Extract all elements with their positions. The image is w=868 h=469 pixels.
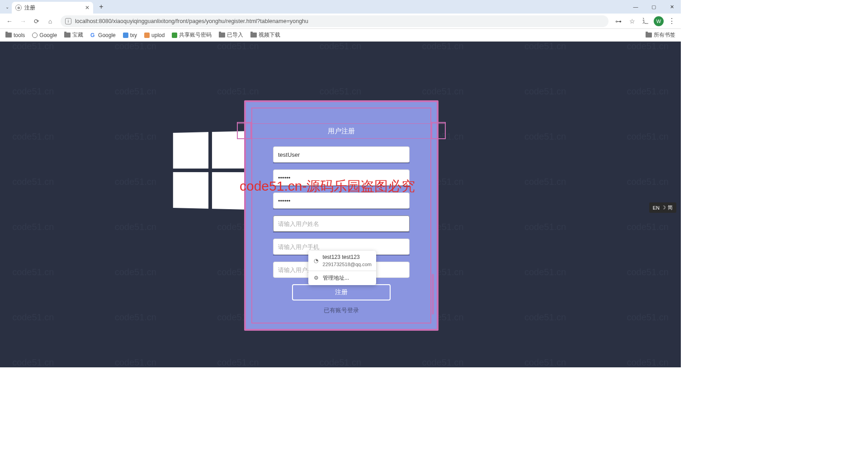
realname-input[interactable]: [273, 216, 410, 232]
person-icon: ◔: [313, 258, 319, 264]
bookmark-baozang[interactable]: 宝藏: [64, 31, 83, 39]
bookmark-star-icon[interactable]: ☆: [627, 16, 637, 27]
back-button[interactable]: ←: [4, 15, 15, 27]
tab-title: 注册: [24, 4, 35, 12]
key-icon[interactable]: ⊶: [613, 16, 624, 27]
bookmark-uplod[interactable]: uplod: [144, 32, 165, 38]
bookmark-google-1[interactable]: Google: [32, 32, 57, 38]
autofill-manage-label: 管理地址...: [323, 274, 349, 282]
site-info-icon[interactable]: i: [65, 18, 71, 24]
browser-menu-icon[interactable]: ⋮: [666, 16, 677, 27]
bookmark-shared-accounts[interactable]: 共享账号密码: [172, 31, 212, 39]
tab-search-dropdown[interactable]: ⌄: [3, 2, 12, 11]
page-viewport: code51.cncode51.cncode51.cncode51.cncode…: [0, 42, 681, 367]
gear-icon: ⚙: [313, 275, 319, 281]
register-button[interactable]: 注册: [292, 284, 390, 300]
address-bar: ← → ⟳ ⌂ i localhost:8080/xiaoquyiqinggua…: [0, 14, 681, 29]
window-close-button[interactable]: ✕: [663, 0, 681, 14]
bookmark-all[interactable]: 所有书签: [646, 31, 675, 39]
ime-indicator[interactable]: EN ☽ 简: [649, 202, 676, 213]
forward-button[interactable]: →: [17, 15, 29, 27]
tab-favicon: ⊕: [15, 5, 22, 11]
ime-lang: EN: [653, 205, 660, 211]
tab-close-icon[interactable]: ✕: [85, 5, 90, 11]
window-minimize-button[interactable]: —: [627, 0, 645, 14]
username-input[interactable]: [273, 146, 410, 163]
browser-tab-strip: ⌄ ⊕ 注册 ✕ + — ▢ ✕: [0, 0, 681, 14]
browser-tab[interactable]: ⊕ 注册 ✕: [12, 2, 93, 14]
ime-moon-icon: ☽: [661, 205, 666, 211]
autofill-dropdown: ◔ test123 test123 2291732518@qq.com ⚙ 管理…: [308, 251, 376, 285]
bookmark-txy[interactable]: txy: [123, 32, 137, 38]
bookmark-google-2[interactable]: GGoogle: [90, 32, 116, 38]
url-text: localhost:8080/xiaoquyiqingguanlixitong/…: [75, 18, 308, 24]
home-button[interactable]: ⌂: [44, 15, 56, 27]
window-maximize-button[interactable]: ▢: [645, 0, 663, 14]
autofill-entry[interactable]: ◔ test123 test123 2291732518@qq.com: [308, 251, 376, 271]
login-link[interactable]: 已有账号登录: [273, 307, 410, 314]
windows-logo-icon: [173, 131, 249, 210]
card-title: 用户注册: [328, 127, 355, 136]
watermark-overlay-text: code51.cn-源码乐园盗图必究: [240, 177, 415, 196]
register-card: 用户注册 注册 已有账号登录: [244, 100, 439, 331]
bookmark-tools[interactable]: tools: [5, 32, 25, 38]
url-input[interactable]: i localhost:8080/xiaoquyiqingguanlixiton…: [61, 15, 609, 27]
card-title-band: 用户注册: [252, 122, 430, 140]
autofill-email: 2291732518@qq.com: [323, 261, 372, 267]
extensions-icon[interactable]: ⻌: [640, 16, 651, 27]
ime-mode: 简: [668, 204, 673, 211]
new-tab-button[interactable]: +: [96, 1, 107, 12]
reload-button[interactable]: ⟳: [31, 15, 42, 27]
bookmark-video-download[interactable]: 视频下载: [250, 31, 280, 39]
autofill-manage[interactable]: ⚙ 管理地址...: [308, 271, 376, 285]
profile-avatar[interactable]: W: [654, 16, 664, 26]
autofill-name: test123 test123: [323, 254, 372, 261]
bookmarks-bar: tools Google 宝藏 GGoogle txy uplod 共享账号密码…: [0, 29, 681, 42]
card-scrollbar[interactable]: [432, 274, 434, 314]
bookmark-imported[interactable]: 已导入: [219, 31, 243, 39]
